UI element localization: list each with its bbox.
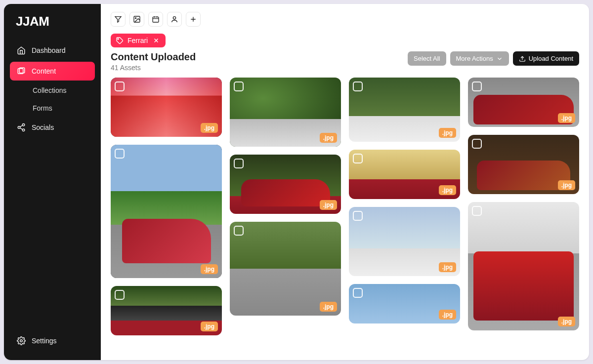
asset-card[interactable]: .jpg (111, 78, 222, 137)
brand-logo: JJAM (16, 14, 49, 29)
home-icon (17, 46, 26, 55)
sidebar-subitem-forms[interactable]: Forms (10, 100, 95, 116)
asset-card[interactable]: .jpg (349, 150, 460, 199)
sidebar-footer: Settings (4, 327, 101, 354)
calendar-icon (152, 15, 160, 23)
filter-chip-ferrari[interactable]: Ferrari (111, 34, 166, 47)
sidebar-item-label: Collections (33, 86, 66, 94)
select-all-button[interactable]: Select All (408, 51, 446, 66)
asset-checkbox[interactable] (115, 290, 125, 300)
svg-point-5 (20, 340, 23, 342)
filter-chip-row: Ferrari (101, 27, 589, 47)
person-filter-button[interactable] (167, 12, 182, 27)
button-label: More Actions (456, 55, 493, 62)
file-ext-badge: .jpg (320, 200, 337, 210)
sidebar-nav: Dashboard Content Collections Forms Soci… (4, 37, 101, 327)
sidebar-item-label: Content (32, 67, 56, 75)
svg-point-2 (22, 124, 25, 126)
close-icon (153, 37, 160, 44)
asset-card[interactable]: .jpg (468, 135, 579, 194)
gallery-scroll[interactable]: .jpg .jpg .jpg .jpg (101, 78, 589, 360)
asset-count: 41 Assets (111, 64, 196, 72)
filter-chip-label: Ferrari (127, 37, 148, 44)
file-ext-badge: .jpg (320, 302, 337, 312)
filter-chip-remove[interactable] (152, 36, 161, 45)
file-ext-badge: .jpg (201, 322, 218, 331)
asset-checkbox[interactable] (472, 81, 482, 91)
asset-checkbox[interactable] (115, 81, 125, 91)
app-window: JJAM Dashboard Content Collections (4, 4, 589, 360)
sidebar-header: JJAM (4, 10, 101, 37)
asset-card[interactable]: .jpg (468, 78, 579, 127)
asset-card[interactable]: .jpg (230, 155, 341, 214)
asset-card[interactable]: .jpg (111, 145, 222, 278)
asset-checkbox[interactable] (353, 154, 363, 163)
file-ext-badge: .jpg (439, 185, 456, 195)
button-label: Upload Content (529, 55, 573, 62)
upload-icon (519, 55, 526, 62)
file-ext-badge: .jpg (558, 180, 575, 190)
gallery-icon (17, 67, 26, 76)
image-icon (133, 15, 141, 23)
sidebar-item-label: Settings (32, 337, 57, 345)
button-label: Select All (414, 55, 440, 62)
svg-point-3 (18, 126, 20, 129)
sidebar-item-socials[interactable]: Socials (10, 118, 95, 137)
svg-point-8 (135, 18, 136, 19)
asset-checkbox[interactable] (472, 206, 482, 216)
asset-card[interactable]: .jpg (230, 222, 341, 316)
sidebar-item-content[interactable]: Content (10, 62, 95, 81)
file-ext-badge: .jpg (439, 310, 456, 320)
main-content: Ferrari Content Uploaded 41 Assets Selec… (101, 4, 589, 360)
asset-card[interactable]: .jpg (111, 286, 222, 335)
file-ext-badge: .jpg (201, 264, 218, 274)
svg-rect-9 (153, 17, 159, 22)
filter-button[interactable] (111, 12, 126, 27)
file-ext-badge: .jpg (439, 262, 456, 272)
more-actions-button[interactable]: More Actions (450, 51, 509, 66)
asset-checkbox[interactable] (234, 159, 244, 168)
asset-checkbox[interactable] (353, 211, 363, 221)
plus-icon (189, 15, 197, 23)
tag-icon (116, 37, 124, 44)
sidebar: JJAM Dashboard Content Collections (4, 4, 101, 360)
asset-card[interactable]: .jpg (349, 284, 460, 324)
svg-point-16 (118, 39, 119, 40)
asset-gallery: .jpg .jpg .jpg .jpg (111, 78, 579, 350)
image-toggle-button[interactable] (129, 12, 144, 27)
file-ext-badge: .jpg (558, 317, 575, 326)
sidebar-item-label: Dashboard (32, 46, 66, 54)
file-ext-badge: .jpg (558, 113, 575, 123)
content-header-row: Content Uploaded 41 Assets Select All Mo… (101, 47, 589, 78)
add-filter-button[interactable] (186, 12, 201, 27)
asset-card[interactable]: .jpg (349, 78, 460, 142)
sidebar-item-dashboard[interactable]: Dashboard (10, 41, 95, 60)
file-ext-badge: .jpg (439, 128, 456, 138)
asset-card[interactable]: .jpg (230, 78, 341, 147)
asset-checkbox[interactable] (353, 288, 363, 298)
user-icon (170, 15, 178, 23)
sidebar-subitem-collections[interactable]: Collections (10, 82, 95, 98)
upload-content-button[interactable]: Upload Content (513, 51, 579, 66)
asset-thumbnail (468, 202, 579, 330)
svg-marker-6 (115, 17, 121, 22)
asset-card[interactable]: .jpg (349, 207, 460, 276)
asset-checkbox[interactable] (234, 81, 244, 91)
asset-thumbnail (111, 145, 222, 278)
filter-icon (114, 15, 122, 23)
date-filter-button[interactable] (148, 12, 163, 27)
file-ext-badge: .jpg (320, 133, 337, 143)
chevron-left-icon (79, 15, 93, 29)
asset-checkbox[interactable] (115, 149, 125, 159)
sidebar-item-settings[interactable]: Settings (10, 331, 95, 350)
action-bar: Select All More Actions Upload Content (408, 51, 579, 66)
asset-card[interactable]: .jpg (468, 202, 579, 330)
page-title: Content Uploaded (111, 51, 196, 63)
svg-point-13 (173, 17, 175, 19)
sidebar-item-label: Socials (32, 123, 54, 131)
asset-checkbox[interactable] (353, 81, 363, 91)
collapse-sidebar-button[interactable] (79, 15, 93, 29)
asset-checkbox[interactable] (472, 139, 482, 149)
asset-checkbox[interactable] (234, 226, 244, 236)
toolbar (101, 4, 589, 27)
